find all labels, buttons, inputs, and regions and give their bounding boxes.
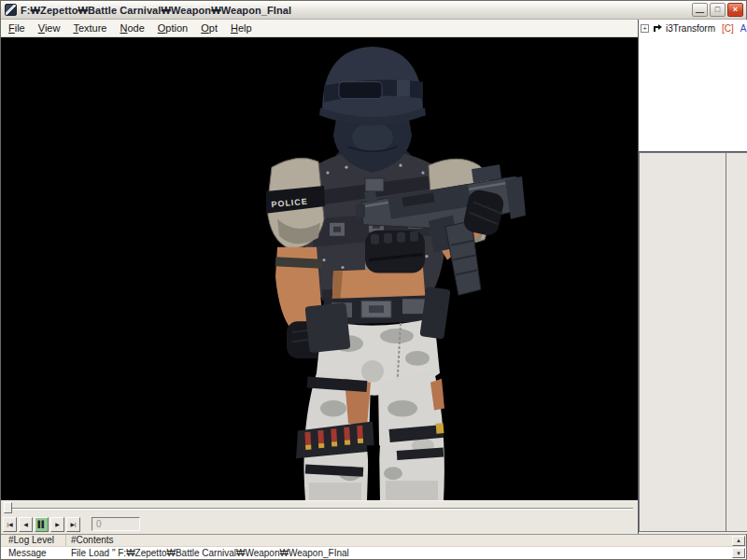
property-panel-right[interactable] xyxy=(726,152,747,532)
step-forward-icon: ▶ xyxy=(55,521,60,527)
menu-option[interactable]: Option xyxy=(151,21,194,36)
node-name-label: i3Transform xyxy=(666,23,715,34)
titlebar: F:₩Zepetto₩Battle Carnival₩Weapon₩Weapon… xyxy=(1,1,746,20)
restore-icon: □ xyxy=(715,6,720,14)
menu-file[interactable]: File xyxy=(2,21,32,36)
menu-node[interactable]: Node xyxy=(113,21,150,36)
go-start-icon: |◀ xyxy=(7,521,12,527)
timeline-slider xyxy=(1,500,638,514)
pause-icon: ▌▌ xyxy=(38,521,46,527)
log-contents-column-header: #Contents xyxy=(66,535,732,546)
menu-opt[interactable]: Opt xyxy=(194,21,224,36)
scroll-up-icon: ▴ xyxy=(737,537,740,544)
close-icon: × xyxy=(733,6,738,14)
log-message-row[interactable]: Message File Load " F:₩Zepetto₩Battle Ca… xyxy=(1,546,746,559)
menu-help[interactable]: Help xyxy=(224,21,259,36)
window-controls: — □ × xyxy=(692,3,743,17)
app-window: F:₩Zepetto₩Battle Carnival₩Weapon₩Weapon… xyxy=(0,0,747,560)
go-end-button[interactable]: ▶| xyxy=(66,517,80,532)
pause-button[interactable]: ▌▌ xyxy=(35,517,49,532)
log-contents-cell: File Load " F:₩Zepetto₩Battle Carnival₩W… xyxy=(66,548,732,558)
log-scroll-up-button[interactable]: ▴ xyxy=(732,536,745,546)
expand-toggle[interactable]: + xyxy=(641,24,649,33)
menubar: File View Texture Node Option Opt Help xyxy=(1,20,638,37)
property-panel-left[interactable] xyxy=(639,152,726,532)
go-end-icon: ▶| xyxy=(70,521,76,527)
slider-thumb[interactable] xyxy=(4,502,12,513)
scene-tree: + i3Transform [C] AxisRotate xyxy=(639,20,747,151)
scroll-down-icon: ▾ xyxy=(737,550,740,557)
main-content: File View Texture Node Option Opt Help xyxy=(1,20,746,534)
log-header: #Log Level #Contents ▴ xyxy=(1,534,746,546)
transform-node-icon xyxy=(652,24,662,34)
menu-view[interactable]: View xyxy=(32,21,67,36)
step-back-icon: ◀ xyxy=(23,521,28,527)
minimize-button[interactable]: — xyxy=(692,3,708,17)
restore-button[interactable]: □ xyxy=(710,3,726,17)
log-scroll-down-button[interactable]: ▾ xyxy=(732,548,745,558)
node-type-label: AxisRotate xyxy=(740,23,747,34)
right-panel: + i3Transform [C] AxisRotate xyxy=(638,20,747,534)
minimize-icon: — xyxy=(696,8,704,17)
node-tag-label: [C] xyxy=(722,23,734,34)
3d-viewport[interactable]: POLICE xyxy=(1,37,638,500)
log-level-column-header: #Log Level xyxy=(1,535,66,546)
log-level-cell: Message xyxy=(1,548,66,558)
menu-texture[interactable]: Texture xyxy=(66,21,113,36)
close-button[interactable]: × xyxy=(727,3,743,17)
step-back-button[interactable]: ◀ xyxy=(19,517,33,532)
slider-track[interactable] xyxy=(4,508,633,510)
step-forward-button[interactable]: ▶ xyxy=(50,517,64,532)
app-icon xyxy=(5,4,17,16)
tree-node-row[interactable]: + i3Transform [C] AxisRotate xyxy=(641,23,747,34)
playback-controls: |◀ ◀ ▌▌ ▶ ▶| 0 xyxy=(1,514,638,534)
window-title: F:₩Zepetto₩Battle Carnival₩Weapon₩Weapon… xyxy=(21,5,692,16)
character-model: POLICE xyxy=(1,37,638,500)
frame-number-field[interactable]: 0 xyxy=(92,517,140,531)
property-panels xyxy=(639,151,747,534)
left-column: File View Texture Node Option Opt Help xyxy=(1,20,638,534)
go-start-button[interactable]: |◀ xyxy=(3,517,17,532)
